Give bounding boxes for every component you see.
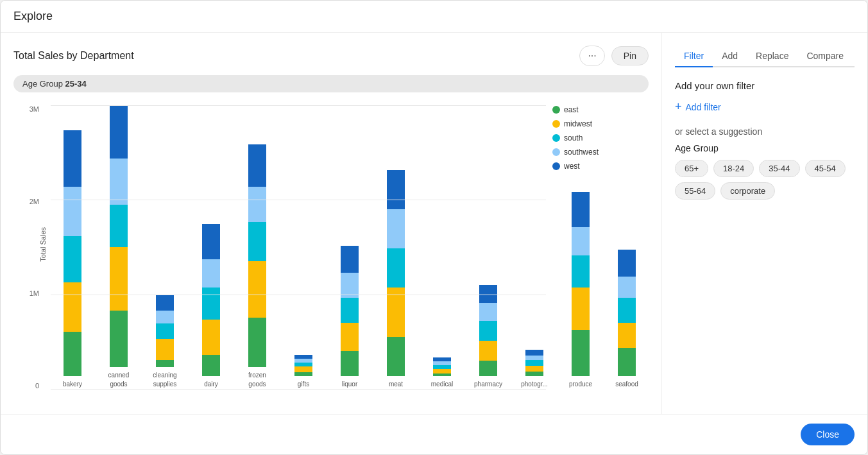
chart-header: Total Sales by Department ··· Pin <box>13 46 649 66</box>
close-button[interactable]: Close <box>801 424 855 445</box>
bar-segment-east <box>618 348 636 376</box>
bar-stack[interactable] <box>202 224 220 376</box>
tab-filter[interactable]: Filter <box>675 46 713 67</box>
bar-group: liquor <box>328 246 371 389</box>
tab-bar: Filter Add Replace Compare <box>675 46 855 67</box>
tab-compare[interactable]: Compare <box>797 46 853 67</box>
add-filter-button[interactable]: + Add filter <box>675 100 855 114</box>
chart-area: Total Sales by Department ··· Pin Age Gr… <box>1 33 662 414</box>
bar-stack[interactable] <box>294 355 312 376</box>
bar-stack[interactable] <box>387 170 405 376</box>
bar-group: frozen goods <box>235 144 279 389</box>
right-panel: Filter Add Replace Compare Add your own … <box>662 33 867 414</box>
bar-stack[interactable] <box>618 250 636 376</box>
bar-group: produce <box>559 192 602 389</box>
bar-label: produce <box>569 380 592 389</box>
filter-badge-value: 25-34 <box>65 79 87 89</box>
bar-label: cleaning supplies <box>153 371 176 389</box>
y-axis-label: Total Sales <box>39 227 47 262</box>
age-group-label: Age Group <box>675 143 855 153</box>
legend-label-east: east <box>564 105 579 114</box>
chart-legend: east midwest south <box>552 105 649 171</box>
app-title: Explore <box>13 10 53 22</box>
bar-stack[interactable] <box>64 130 81 376</box>
suggestion-chip[interactable]: 45-54 <box>805 160 846 177</box>
legend-southwest: southwest <box>552 148 649 157</box>
bar-stack[interactable] <box>341 246 359 376</box>
bar-stack[interactable] <box>525 350 543 376</box>
bar-segment-east <box>110 311 128 367</box>
tab-replace[interactable]: Replace <box>747 46 797 67</box>
bar-group: photogr... <box>513 350 556 389</box>
bar-segment-midwest <box>433 369 451 373</box>
bar-stack[interactable] <box>572 192 590 376</box>
bar-label: liquor <box>342 380 357 389</box>
bar-segment-southwest <box>387 209 405 248</box>
bar-segment-west <box>341 246 359 273</box>
bar-segment-southwest <box>110 159 128 205</box>
bar-segment-east <box>64 332 81 376</box>
bar-segment-midwest <box>64 282 81 332</box>
legend-dot-west <box>552 162 560 170</box>
legend-south: south <box>552 133 649 142</box>
pin-button[interactable]: Pin <box>611 46 649 65</box>
bar-segment-midwest <box>294 366 312 372</box>
bar-segment-east <box>572 330 590 376</box>
header-actions: ··· Pin <box>579 46 649 66</box>
legend-dot-southwest <box>552 148 560 156</box>
bar-segment-east <box>341 351 359 376</box>
suggestion-chip[interactable]: 65+ <box>675 160 708 177</box>
chart-wrapper: 3M 2M 1M 0 Total Sales <box>13 99 649 414</box>
legend-dot-east <box>552 106 560 114</box>
bar-group: cleaning supplies <box>143 295 187 389</box>
legend-midwest: midwest <box>552 119 649 128</box>
suggestion-chip[interactable]: 18-24 <box>713 160 754 177</box>
bar-segment-south <box>64 236 81 282</box>
main-window: Explore Total Sales by Department ··· Pi… <box>0 0 868 455</box>
bar-label: seafood <box>615 380 638 389</box>
bar-label: photogr... <box>521 380 548 389</box>
bar-segment-east <box>387 337 405 376</box>
y-axis-label-container: Total Sales <box>39 99 51 414</box>
bar-segment-south <box>248 222 266 261</box>
y-tick-3m: 3M <box>20 105 39 113</box>
bar-segment-south <box>202 288 220 320</box>
bar-stack[interactable] <box>479 285 497 376</box>
tab-add[interactable]: Add <box>713 46 747 67</box>
bar-group: canned goods <box>97 105 140 389</box>
bar-label: pharmacy <box>474 380 502 389</box>
bar-segment-east <box>294 372 312 376</box>
bar-segment-west <box>479 285 497 303</box>
bar-segment-west <box>618 250 636 277</box>
bar-segment-midwest <box>572 288 590 330</box>
bar-segment-southwest <box>479 303 497 321</box>
suggestion-chip[interactable]: 35-44 <box>759 160 799 177</box>
bar-label: bakery <box>63 380 82 389</box>
suggestion-chip[interactable]: corporate <box>720 182 775 200</box>
suggestion-chip[interactable]: 55-64 <box>675 182 715 200</box>
bar-stack[interactable] <box>156 295 174 367</box>
bar-segment-south <box>110 205 128 247</box>
bar-segment-west <box>64 130 81 187</box>
bar-label: gifts <box>298 380 309 389</box>
bar-segment-midwest <box>525 366 543 372</box>
more-options-button[interactable]: ··· <box>579 46 604 66</box>
bar-segment-midwest <box>156 339 174 360</box>
bar-segment-east <box>433 373 451 376</box>
y-tick-1m: 1M <box>20 289 39 297</box>
bar-segment-east <box>479 361 497 376</box>
bar-segment-midwest <box>202 320 220 355</box>
bar-stack[interactable] <box>433 357 451 376</box>
bar-label: meat <box>389 380 403 389</box>
y-axis: 3M 2M 1M 0 <box>13 99 39 414</box>
bar-stack[interactable] <box>248 144 266 367</box>
bar-segment-southwest <box>156 311 174 323</box>
suggestion-intro: or select a suggestion <box>675 126 855 137</box>
bar-segment-south <box>479 321 497 341</box>
suggestion-chips: 65+18-2435-4445-5455-64corporate <box>675 160 855 200</box>
bar-label: medical <box>431 380 453 389</box>
bar-label: frozen goods <box>248 371 266 389</box>
bar-group: bakery <box>51 130 94 389</box>
bar-segment-south <box>341 298 359 323</box>
bar-stack[interactable] <box>110 105 128 367</box>
